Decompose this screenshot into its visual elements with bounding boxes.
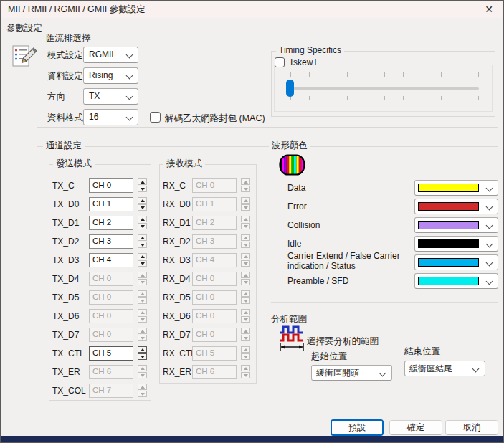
mac-decode-checkbox[interactable] xyxy=(150,112,161,123)
channel-spinner xyxy=(241,309,250,323)
channel-input[interactable]: CH 4 xyxy=(89,253,133,267)
color-swatch xyxy=(418,277,479,285)
spinner-up-button xyxy=(241,290,250,297)
color-label: Idle xyxy=(287,239,301,249)
spinner-up-button[interactable] xyxy=(138,253,147,259)
channel-input: CH 5 xyxy=(192,346,237,361)
channel-label: TX_D6 xyxy=(52,311,79,321)
channel-input[interactable]: CH 1 xyxy=(89,197,133,211)
channel-input: CH 7 xyxy=(89,384,133,398)
bus-group-label: 匯流排選擇 xyxy=(43,32,94,44)
tskew-slider-handle[interactable] xyxy=(286,80,294,97)
spinner-up-button xyxy=(138,365,147,371)
channel-label: TX_D7 xyxy=(52,330,79,340)
notepad-pencil-icon xyxy=(9,42,37,71)
color-select[interactable] xyxy=(414,273,498,289)
channel-label: RX_D4 xyxy=(163,274,191,284)
channel-label: RX_D0 xyxy=(163,199,191,209)
channel-spinner xyxy=(138,197,147,211)
channel-spinner xyxy=(241,216,250,230)
channel-input: CH 2 xyxy=(192,216,237,230)
color-select[interactable] xyxy=(414,217,498,233)
channel-input: CH 1 xyxy=(192,197,237,211)
tskewt-label: TskewT xyxy=(286,57,321,67)
channel-label: TX_C xyxy=(52,181,75,191)
chevron-down-icon xyxy=(486,204,493,211)
spinner-up-button[interactable] xyxy=(138,216,147,222)
spinner-up-button xyxy=(241,178,250,185)
channel-label: RX_D2 xyxy=(163,237,191,247)
channel-input: CH 0 xyxy=(89,272,133,286)
spinner-down-button[interactable] xyxy=(138,204,147,211)
tskew-slider-track[interactable] xyxy=(290,87,479,90)
spinner-up-button xyxy=(241,234,250,241)
tskewt-checkbox[interactable] xyxy=(275,57,285,67)
spinner-up-button xyxy=(241,216,250,222)
tab-parameter-settings[interactable]: 參數設定 xyxy=(6,22,42,34)
channel-label: TX_D0 xyxy=(52,199,79,209)
spinner-down-button[interactable] xyxy=(138,353,147,360)
cancel-button[interactable]: 取消 xyxy=(445,420,498,435)
start-position-select[interactable]: 緩衝區開頭 xyxy=(311,365,392,381)
color-select[interactable] xyxy=(414,254,498,270)
channel-spinner xyxy=(241,253,250,267)
channel-input: CH 0 xyxy=(192,309,237,323)
spinner-down-button[interactable] xyxy=(138,223,147,229)
slider-ticks-top xyxy=(290,72,479,77)
analysis-hint: 選擇要分析的範圍 xyxy=(307,335,379,348)
color-swatch xyxy=(418,239,479,248)
default-button[interactable]: 預設 xyxy=(331,419,384,436)
channel-input[interactable]: CH 5 xyxy=(89,346,133,361)
spinner-down-button xyxy=(241,242,250,248)
spinner-up-button xyxy=(241,309,250,315)
color-label: Carrier Extend / False Carrier indicatio… xyxy=(287,251,411,271)
spinner-up-button[interactable] xyxy=(138,178,147,185)
channel-input: CH 4 xyxy=(192,253,237,267)
color-label: Error xyxy=(287,201,307,211)
channel-spinner xyxy=(138,365,147,379)
channel-spinner xyxy=(138,328,147,342)
close-icon[interactable]: ✕ xyxy=(482,2,496,16)
spinner-up-button xyxy=(241,365,250,371)
spinner-down-button[interactable] xyxy=(138,186,147,192)
direction-select[interactable]: TX xyxy=(83,88,138,105)
mode-select[interactable]: RGMII xyxy=(83,47,138,63)
channel-label: RX_ER xyxy=(163,367,191,377)
channel-input[interactable]: CH 0 xyxy=(89,178,133,193)
data-edge-select[interactable]: Rising xyxy=(83,67,138,84)
channel-label: TX_D1 xyxy=(52,218,79,228)
color-swatch xyxy=(418,258,479,267)
channel-input: CH 0 xyxy=(192,328,237,342)
channel-input: CH 0 xyxy=(192,178,237,193)
channel-label: TX_D4 xyxy=(52,274,79,284)
spinner-up-button xyxy=(241,272,250,278)
spinner-down-button[interactable] xyxy=(138,260,147,267)
spinner-up-button[interactable] xyxy=(138,234,147,241)
channel-input[interactable]: CH 3 xyxy=(89,234,133,249)
channel-label: RX_D5 xyxy=(163,292,191,303)
channel-label: TX_D2 xyxy=(52,237,79,247)
color-label: Data xyxy=(287,183,305,193)
spinner-up-button[interactable] xyxy=(138,197,147,204)
color-select[interactable] xyxy=(414,236,498,252)
spinner-down-button xyxy=(241,204,250,211)
data-format-select[interactable]: 16 xyxy=(83,109,138,125)
color-select[interactable] xyxy=(414,180,498,196)
spinner-down-button[interactable] xyxy=(138,242,147,248)
ok-button[interactable]: 確定 xyxy=(389,420,442,435)
channel-spinner xyxy=(241,365,250,379)
title-bar: MII / RMII / RGMII / GMII 參數設定 ✕ xyxy=(1,1,503,18)
end-position-select[interactable]: 緩衝區結尾 xyxy=(404,361,485,376)
spinner-up-button[interactable] xyxy=(138,346,147,353)
start-position-label: 起始位置 xyxy=(311,351,347,363)
spinner-down-button xyxy=(138,372,147,378)
spinner-up-button xyxy=(138,309,147,315)
spinner-down-button xyxy=(241,353,250,360)
spinner-up-button xyxy=(138,272,147,278)
spinner-down-button xyxy=(241,335,250,341)
window-title: MII / RMII / RGMII / GMII 參數設定 xyxy=(8,4,146,16)
channel-input[interactable]: CH 2 xyxy=(89,216,133,230)
spinner-down-button xyxy=(241,297,250,304)
waveform-colors-label: 波形顏色 xyxy=(269,140,310,152)
color-select[interactable] xyxy=(414,199,498,214)
